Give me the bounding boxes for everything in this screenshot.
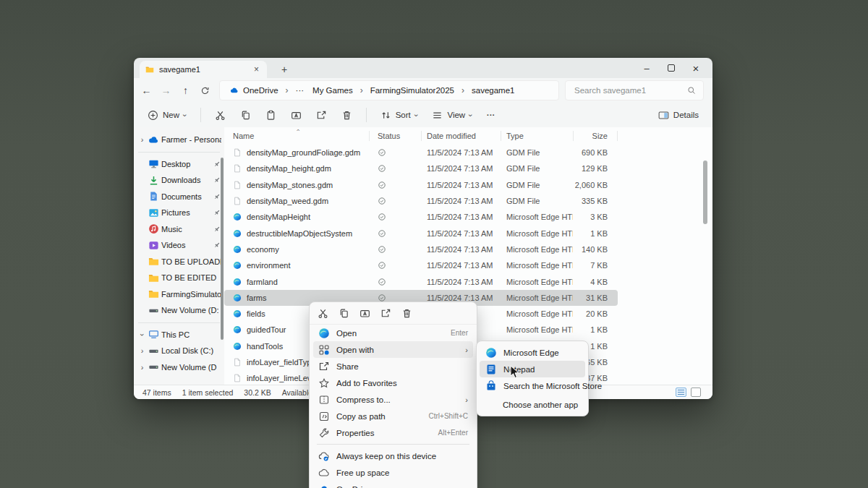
table-row[interactable]: densityMap_stones.gdm11/5/2024 7:13 AMGD…	[224, 177, 618, 193]
details-pane-button[interactable]: Details	[653, 106, 704, 124]
sidebar-item-label: This PC	[161, 330, 221, 339]
column-header-status[interactable]: Status	[369, 132, 421, 140]
sidebar-item-pictures[interactable]: Pictures	[134, 205, 224, 221]
copy-button[interactable]	[235, 106, 256, 124]
submenu-item-microsoft-edge[interactable]: Microsoft Edge	[480, 344, 585, 361]
table-row[interactable]: farmland11/5/2024 7:13 AMMicrosoft Edge …	[224, 273, 618, 289]
submenu-item-notepad[interactable]: Notepad	[480, 361, 585, 377]
rename-button[interactable]	[359, 307, 371, 320]
share-button[interactable]	[311, 106, 332, 124]
delete-button[interactable]	[336, 106, 357, 124]
thumbnail-view-toggle-icon[interactable]	[691, 388, 701, 397]
table-row[interactable]: densityMap_weed.gdm11/5/2024 7:13 AMGDM …	[224, 193, 618, 209]
new-button[interactable]: New ›	[142, 106, 192, 124]
menu-item-add-to-favorites[interactable]: Add to Favorites	[313, 374, 473, 391]
drive-icon	[148, 305, 159, 316]
sidebar-scrollbar[interactable]	[221, 158, 224, 340]
breadcrumb-item[interactable]: FarmingSimulator2025	[367, 85, 457, 96]
chevron-right-icon: ›	[460, 85, 466, 95]
sidebar-item-farmer-persona[interactable]: ›Farmer - Persona	[134, 132, 224, 148]
more-options-button[interactable]: ···	[482, 107, 501, 123]
breadcrumb-item[interactable]: My Games	[310, 85, 356, 96]
file-date-cell: 11/5/2024 7:13 AM	[421, 148, 501, 157]
up-icon[interactable]: ↑	[179, 81, 192, 100]
maximize-button[interactable]	[659, 59, 684, 77]
sidebar-item-new-volume-d-[interactable]: New Volume (D:	[134, 302, 224, 319]
menu-item-copy-as-path[interactable]: Copy as pathCtrl+Shift+C	[313, 408, 473, 424]
search-box[interactable]	[565, 80, 704, 100]
copy-icon	[240, 110, 251, 121]
menu-item-always-keep-on-this-device[interactable]: Always keep on this device	[313, 448, 473, 464]
table-row[interactable]: destructibleMapObjectSystem11/5/2024 7:1…	[224, 225, 618, 241]
delete-button[interactable]	[401, 307, 413, 320]
tab-title: savegame1	[159, 65, 247, 74]
sidebar-item-documents[interactable]: Documents	[134, 189, 224, 205]
copy-button[interactable]	[338, 307, 350, 320]
edge-icon	[233, 213, 242, 221]
check-icon	[378, 148, 386, 157]
column-header-name[interactable]: Name	[224, 132, 369, 140]
breadcrumb-item[interactable]: OneDrive	[227, 85, 281, 96]
new-tab-button[interactable]: +	[277, 64, 292, 78]
rename-button[interactable]	[286, 106, 307, 124]
close-button[interactable]: ×	[684, 59, 708, 77]
item-count: 47 items	[142, 388, 171, 397]
file-date-cell: 11/5/2024 7:13 AM	[421, 164, 501, 173]
table-row[interactable]: environment11/5/2024 7:13 AMMicrosoft Ed…	[224, 257, 618, 273]
minimize-button[interactable]: –	[634, 59, 659, 77]
submenu-item-choose-another-app[interactable]: Choose another app	[480, 396, 585, 413]
menu-item-properties[interactable]: PropertiesAlt+Enter	[313, 424, 473, 441]
menu-item-label: Add to Favorites	[336, 379, 468, 388]
file-date-cell: 11/5/2024 7:13 AM	[421, 245, 501, 254]
share-button[interactable]	[380, 307, 392, 320]
table-row[interactable]: densityMap_groundFoliage.gdm11/5/2024 7:…	[224, 145, 618, 160]
sidebar-item-farmingsimulato[interactable]: FarmingSimulato	[134, 286, 224, 303]
sidebar-item-videos[interactable]: Videos	[134, 237, 224, 254]
table-row[interactable]: economy11/5/2024 7:13 AMMicrosoft Edge H…	[224, 241, 618, 257]
menu-item-free-up-space[interactable]: Free up space	[313, 464, 473, 481]
refresh-icon[interactable]	[198, 81, 212, 100]
sidebar-item-to-be-uploaded[interactable]: TO BE UPLOADED	[134, 254, 224, 270]
breadcrumb-item[interactable]: savegame1	[469, 85, 517, 96]
cut-button[interactable]	[210, 106, 231, 124]
submenu-item-search-the-microsoft-store[interactable]: Search the Microsoft Store	[480, 377, 585, 394]
breadcrumb-item[interactable]: ···	[293, 85, 307, 96]
file-status-cell	[369, 148, 421, 157]
sort-button[interactable]: Sort ›	[375, 106, 423, 124]
sidebar-item-downloads[interactable]: Downloads	[134, 172, 224, 189]
file-name-cell: densityMap_weed.gdm	[224, 197, 369, 205]
notepad-icon	[485, 364, 497, 375]
plus-circle-icon	[148, 110, 158, 121]
column-header-size[interactable]: Size	[573, 132, 618, 140]
column-header-date-modified[interactable]: Date modified	[421, 132, 501, 140]
sidebar-item-music[interactable]: Music	[134, 221, 224, 238]
sidebar-item-this-pc[interactable]: ›This PC	[134, 327, 224, 343]
sidebar-item-desktop[interactable]: Desktop	[134, 156, 224, 173]
tab-savegame1[interactable]: savegame1 ×	[140, 61, 267, 78]
table-row[interactable]: densityMapHeight11/5/2024 7:13 AMMicroso…	[224, 209, 618, 225]
search-input[interactable]	[573, 85, 687, 95]
menu-item-share[interactable]: Share	[313, 358, 473, 374]
tab-close-icon[interactable]: ×	[252, 64, 261, 74]
view-button[interactable]: View ›	[427, 106, 477, 124]
sidebar-item-local-disk-c-[interactable]: ›Local Disk (C:)	[134, 343, 224, 359]
sidebar-item-new-volume-d[interactable]: ›New Volume (D	[134, 359, 224, 376]
file-name-cell: environment	[224, 261, 369, 270]
sidebar-item-label: Downloads	[161, 176, 210, 184]
menu-item-open-with[interactable]: Open with›	[313, 341, 473, 358]
details-view-toggle-icon[interactable]	[676, 388, 686, 397]
menu-item-onedrive[interactable]: OneDrive›	[313, 481, 473, 488]
sidebar-item-to-be-edited[interactable]: TO BE EDITED	[134, 270, 224, 286]
forward-icon[interactable]: →	[159, 81, 173, 100]
chevron-right-icon: ›	[284, 85, 290, 95]
back-icon[interactable]: ←	[140, 81, 153, 100]
cut-button[interactable]	[317, 307, 329, 320]
menu-item-open[interactable]: OpenEnter	[313, 325, 473, 341]
file-list-scrollbar[interactable]	[703, 160, 707, 224]
column-header-type[interactable]: Type	[501, 132, 573, 140]
table-row[interactable]: densityMap_height.gdm11/5/2024 7:13 AMGD…	[224, 160, 618, 176]
file-icon	[233, 358, 242, 367]
edge-icon	[233, 294, 242, 302]
menu-item-compress-to-[interactable]: Compress to...›	[313, 391, 473, 408]
paste-button[interactable]	[260, 106, 281, 124]
